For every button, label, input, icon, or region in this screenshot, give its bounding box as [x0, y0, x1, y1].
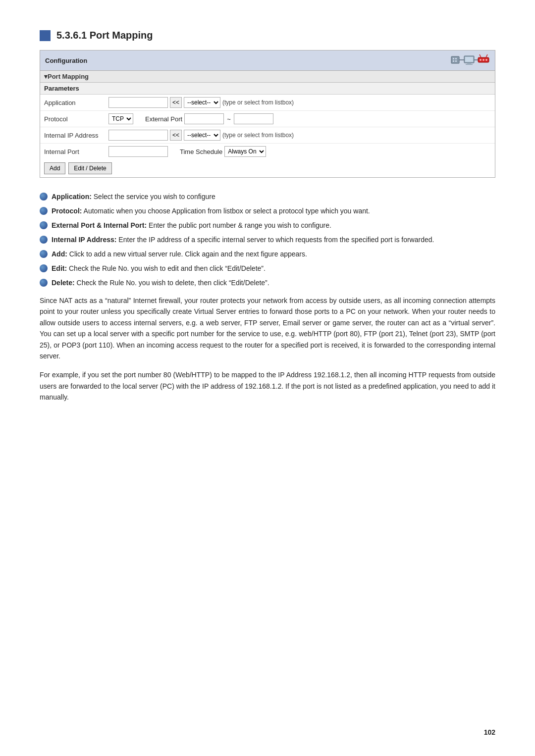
- bullet-application: Application: Select the service you wish…: [40, 192, 495, 202]
- bullet-dot-add: [40, 250, 48, 258]
- application-controls: << --select-- (type or select from listb…: [105, 95, 495, 111]
- bullet-bold-protocol: Protocol:: [52, 207, 82, 215]
- bullet-dot-internal-ip: [40, 236, 48, 244]
- bullet-dot-application: [40, 193, 48, 201]
- actions-row: Add Edit / Delete: [40, 159, 495, 177]
- internal-ip-controls: << --select-- (type or select from listb…: [105, 127, 495, 144]
- bullet-text-delete: Delete: Check the Rule No. you wish to d…: [52, 278, 495, 288]
- bullet-section: Application: Select the service you wish…: [40, 192, 495, 288]
- config-header: Configuration: [40, 50, 495, 71]
- bullet-add: Add: Click to add a new virtual server r…: [40, 249, 495, 259]
- bullet-dot-protocol: [40, 207, 48, 215]
- external-port-tilde: ~: [227, 115, 231, 123]
- application-label: Application: [40, 95, 105, 111]
- body-para-1: Since NAT acts as a “natural” Internet f…: [40, 295, 495, 361]
- bullet-dot-ext-int-port: [40, 221, 48, 229]
- protocol-label: Protocol: [40, 111, 105, 127]
- page-title: 5.3.6.1 Port Mapping: [56, 30, 153, 41]
- svg-rect-4: [455, 60, 457, 62]
- svg-rect-3: [453, 60, 454, 62]
- application-nav-left[interactable]: <<: [170, 97, 182, 108]
- body-para-2: For example, if you set the port number …: [40, 369, 495, 403]
- bullet-protocol: Protocol: Automatic when you choose Appl…: [40, 206, 495, 216]
- internal-port-input[interactable]: [108, 146, 168, 157]
- bullet-text-ext-int-port: External Port & Internal Port: Enter the…: [52, 220, 495, 231]
- bullet-text-protocol: Protocol: Automatic when you choose Appl…: [52, 206, 495, 216]
- bullet-text-edit: Edit: Check the Rule No. you wish to edi…: [52, 263, 495, 274]
- header-router-icon: [450, 53, 490, 67]
- internal-ip-select[interactable]: --select--: [184, 130, 220, 141]
- page-title-section: 5.3.6.1 Port Mapping: [40, 30, 495, 41]
- bullet-dot-edit: [40, 264, 48, 272]
- edit-delete-button[interactable]: Edit / Delete: [68, 162, 111, 174]
- bullet-bold-ext-int-port: External Port & Internal Port:: [52, 221, 147, 229]
- bullet-bold-application: Application:: [52, 193, 92, 201]
- params-header: Parameters: [40, 83, 495, 95]
- protocol-select[interactable]: TCP: [108, 113, 133, 124]
- application-input[interactable]: [108, 97, 168, 108]
- page-number: 102: [484, 728, 495, 736]
- internal-port-controls: Time Schedule Always On: [105, 144, 495, 160]
- form-table: Application << --select-- (type or selec…: [40, 95, 495, 159]
- internal-ip-label: Internal IP Address: [40, 127, 105, 144]
- svg-rect-1: [453, 58, 454, 59]
- svg-rect-2: [455, 58, 457, 59]
- section-bar: ▾Port Mapping: [40, 71, 495, 83]
- internal-port-row: Internal Port Time Schedule Always On: [40, 144, 495, 160]
- bullet-internal-ip: Internal IP Address: Enter the IP addres…: [40, 235, 495, 245]
- svg-point-12: [480, 59, 482, 61]
- config-header-title: Configuration: [45, 57, 87, 64]
- svg-point-13: [482, 59, 484, 61]
- time-schedule-select[interactable]: Always On: [224, 146, 266, 157]
- svg-rect-8: [467, 63, 471, 64]
- application-hint: (type or select from listbox): [222, 99, 294, 106]
- protocol-controls: TCP External Port ~: [105, 111, 495, 127]
- external-port-input1[interactable]: [184, 113, 224, 124]
- bullet-text-application: Application: Select the service you wish…: [52, 192, 495, 202]
- config-panel: Configuration: [40, 50, 495, 178]
- title-icon: [40, 30, 51, 41]
- external-port-input2[interactable]: [234, 113, 273, 124]
- internal-port-label: Internal Port: [40, 144, 105, 160]
- time-schedule-label: Time Schedule: [180, 148, 222, 155]
- application-row: Application << --select-- (type or selec…: [40, 95, 495, 111]
- bullet-edit: Edit: Check the Rule No. you wish to edi…: [40, 263, 495, 274]
- internal-ip-hint: (type or select from listbox): [222, 132, 294, 139]
- svg-rect-9: [466, 64, 473, 65]
- bullet-bold-add: Add:: [52, 250, 67, 258]
- svg-line-16: [486, 54, 487, 57]
- svg-rect-7: [465, 57, 473, 62]
- bullet-text-internal-ip: Internal IP Address: Enter the IP addres…: [52, 235, 495, 245]
- bullet-bold-delete: Delete:: [52, 279, 75, 287]
- bullet-bold-internal-ip: Internal IP Address:: [52, 236, 116, 244]
- add-button[interactable]: Add: [44, 162, 65, 174]
- external-port-label: External Port: [145, 115, 182, 123]
- internal-ip-row: Internal IP Address << --select-- (type …: [40, 127, 495, 144]
- config-header-icons: [450, 53, 490, 67]
- application-select[interactable]: --select--: [184, 97, 220, 108]
- protocol-row: Protocol TCP External Port ~: [40, 111, 495, 127]
- svg-line-15: [480, 54, 481, 57]
- svg-rect-0: [451, 56, 459, 63]
- internal-ip-input[interactable]: [108, 130, 168, 141]
- bullet-bold-edit: Edit:: [52, 264, 67, 272]
- bullet-dot-delete: [40, 279, 48, 287]
- internal-ip-nav-left[interactable]: <<: [170, 130, 182, 141]
- bullet-delete: Delete: Check the Rule No. you wish to d…: [40, 278, 495, 288]
- svg-point-14: [485, 59, 487, 61]
- bullet-ext-int-port: External Port & Internal Port: Enter the…: [40, 220, 495, 231]
- bullet-text-add: Add: Click to add a new virtual server r…: [52, 249, 495, 259]
